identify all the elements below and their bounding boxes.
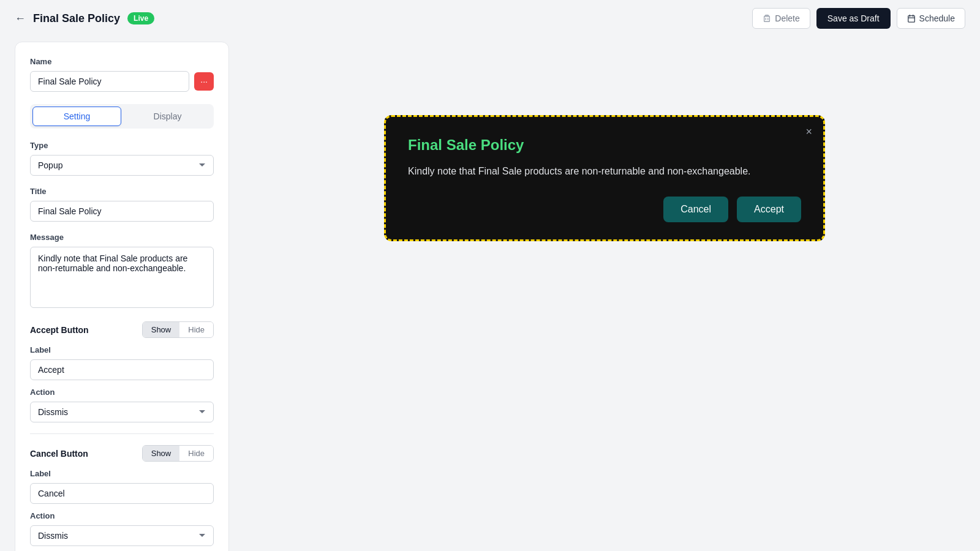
popup-accept-button[interactable]: Accept (737, 197, 801, 222)
delete-button[interactable]: Delete (752, 8, 810, 29)
cancel-button-toggle: Show Hide (142, 445, 214, 462)
divider-1 (30, 433, 214, 434)
title-input[interactable] (30, 201, 214, 222)
popup-preview: × Final Sale Policy Kindly note that Fin… (384, 115, 825, 241)
message-field-group: Message Kindly note that Final Sale prod… (30, 233, 214, 310)
cancel-button-title: Cancel Button (30, 449, 88, 459)
more-dots-icon: ··· (200, 77, 208, 86)
back-button[interactable]: ← (15, 12, 26, 25)
title-field-group: Title (30, 187, 214, 222)
message-textarea[interactable]: Kindly note that Final Sale products are… (30, 247, 214, 308)
more-options-button[interactable]: ··· (194, 72, 214, 91)
live-badge: Live (127, 12, 154, 24)
name-label: Name (30, 57, 214, 66)
cancel-button-header: Cancel Button Show Hide (30, 445, 214, 462)
type-select[interactable]: Popup Banner Modal (30, 155, 214, 176)
left-panel: Name ··· Setting Display Type Popup Bann… (15, 42, 229, 551)
cancel-action-select[interactable]: Dissmis Redirect Close (30, 525, 214, 546)
calendar-icon (907, 14, 916, 23)
schedule-button[interactable]: Schedule (897, 8, 965, 29)
title-label: Title (30, 187, 214, 196)
cancel-label-label: Label (30, 469, 214, 478)
topbar-left: ← Final Sale Policy Live (15, 12, 154, 25)
delete-label: Delete (775, 13, 799, 23)
svg-rect-3 (908, 16, 914, 23)
cancel-action-label: Action (30, 511, 214, 520)
cancel-hide-button[interactable]: Hide (179, 446, 213, 461)
preview-area: × Final Sale Policy Kindly note that Fin… (244, 42, 965, 551)
type-field-group: Type Popup Banner Modal (30, 141, 214, 176)
topbar: ← Final Sale Policy Live Delete Save as … (0, 0, 980, 37)
accept-button-header: Accept Button Show Hide (30, 321, 214, 338)
back-arrow-icon: ← (15, 12, 26, 25)
topbar-right: Delete Save as Draft Schedule (752, 8, 965, 29)
tab-setting[interactable]: Setting (32, 107, 121, 126)
name-field-group: Name ··· (30, 57, 214, 92)
svg-rect-0 (764, 17, 770, 22)
accept-button-section: Accept Button Show Hide Label Action Dis… (30, 321, 214, 422)
accept-show-button[interactable]: Show (143, 322, 180, 337)
popup-preview-message: Kindly note that Final Sale products are… (408, 163, 801, 179)
trash-icon (763, 14, 771, 23)
accept-button-title: Accept Button (30, 325, 89, 335)
cancel-label-input[interactable] (30, 483, 214, 504)
popup-close-button[interactable]: × (805, 126, 812, 138)
popup-preview-title: Final Sale Policy (408, 137, 801, 154)
accept-action-select[interactable]: Dissmis Redirect Close (30, 402, 214, 422)
popup-preview-actions: Cancel Accept (408, 197, 801, 222)
accept-button-toggle: Show Hide (142, 321, 214, 338)
save-as-draft-button[interactable]: Save as Draft (816, 8, 891, 29)
main-layout: Name ··· Setting Display Type Popup Bann… (0, 37, 980, 551)
cancel-show-button[interactable]: Show (143, 446, 180, 461)
tab-display[interactable]: Display (124, 107, 211, 126)
name-input-row: ··· (30, 71, 214, 92)
page-title: Final Sale Policy (33, 12, 120, 25)
accept-label-label: Label (30, 345, 214, 354)
type-label: Type (30, 141, 214, 150)
schedule-label: Schedule (919, 13, 955, 23)
popup-cancel-button[interactable]: Cancel (663, 197, 728, 222)
accept-hide-button[interactable]: Hide (179, 322, 213, 337)
tab-row: Setting Display (30, 104, 214, 129)
name-input[interactable] (30, 71, 189, 92)
accept-label-input[interactable] (30, 359, 214, 380)
accept-action-label: Action (30, 388, 214, 397)
cancel-button-section: Cancel Button Show Hide Label Action Dis… (30, 445, 214, 546)
message-label: Message (30, 233, 214, 242)
